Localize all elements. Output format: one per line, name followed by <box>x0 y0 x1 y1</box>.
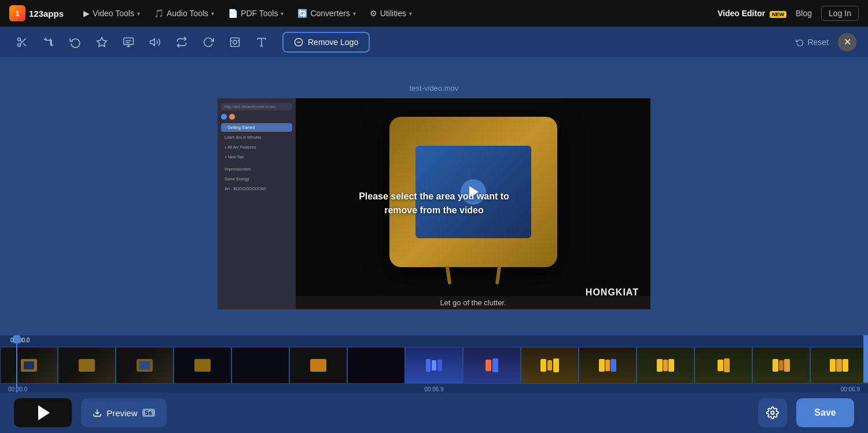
timeline-right-handle[interactable] <box>863 335 868 383</box>
nav-right: Video Editor NEW Blog Log In <box>718 6 859 21</box>
nav-pdf-tools-label: PDF Tools <box>241 9 278 18</box>
nav-utilities-label: Utilities <box>380 9 406 18</box>
chevron-down-icon-4: ▾ <box>353 10 356 17</box>
logo[interactable]: 1 123apps <box>9 5 64 21</box>
preview-label: Preview <box>106 408 137 418</box>
play-button[interactable] <box>14 398 72 427</box>
nav-audio-tools[interactable]: 🎵 Audio Tools ▾ <box>148 5 220 21</box>
svg-point-21 <box>771 411 774 415</box>
tv-frame <box>389 117 557 267</box>
nav-video-tools[interactable]: ▶ Video Tools ▾ <box>78 5 146 21</box>
timeline-thumb-2 <box>58 347 116 384</box>
pdf-tools-icon: 📄 <box>228 9 238 18</box>
arc-nav-icons <box>221 114 292 120</box>
nav-pdf-tools[interactable]: 📄 PDF Tools ▾ <box>222 5 289 21</box>
timeline-playhead[interactable] <box>16 335 17 393</box>
bottom-bar: Preview 5s Save <box>0 393 868 433</box>
crop-tool-button[interactable] <box>38 32 59 53</box>
tv-leg-right <box>495 266 501 285</box>
arc-url-bar: http://arc.net/welcome-to-arc <box>221 103 292 110</box>
timeline-thumb-4 <box>174 347 231 384</box>
svg-point-1 <box>18 43 21 46</box>
nav-utilities[interactable]: ⚙ Utilities ▾ <box>364 5 418 21</box>
video-right-panel: HONGKIAT Let go of the clutter. <box>296 98 650 309</box>
arc-sidebar-energy: Same Energy <box>221 175 292 183</box>
svg-point-0 <box>18 38 21 40</box>
close-button[interactable]: ✕ <box>838 33 856 51</box>
arc-nav-icon-2 <box>229 114 235 120</box>
text-tool-button[interactable] <box>251 32 272 53</box>
timeline-strip <box>0 347 868 384</box>
undo-tool-button[interactable] <box>65 32 86 53</box>
arc-sidebar-art: Art - BOOOOOOOOM! <box>221 184 292 193</box>
timeline-thumb-10 <box>521 347 579 384</box>
timeline-area: 00:00.0 <box>0 335 868 393</box>
svg-point-13 <box>233 40 237 44</box>
blog-link[interactable]: Blog <box>796 9 812 18</box>
rotate-tool-button[interactable] <box>198 32 219 53</box>
chevron-down-icon-5: ▾ <box>409 10 412 17</box>
utilities-icon: ⚙ <box>370 9 377 18</box>
chevron-down-icon: ▾ <box>137 10 140 17</box>
arc-sidebar-newtab: + New Tab <box>221 153 292 161</box>
timeline-thumb-1 <box>0 347 58 384</box>
video-tools-icon: ▶ <box>83 9 90 18</box>
toolbar: Remove Logo Reset ✕ <box>0 27 868 58</box>
svg-marker-5 <box>97 37 107 46</box>
timeline-thumb-6 <box>289 347 347 384</box>
nav-bar: 1 123apps ▶ Video Tools ▾ 🎵 Audio Tools … <box>0 0 868 27</box>
svg-line-3 <box>23 43 26 46</box>
timeline-thumb-7 <box>347 347 405 384</box>
cut-tool-button[interactable] <box>12 32 32 53</box>
timeline-thumb-13 <box>694 347 752 384</box>
tv-play-button[interactable] <box>461 179 486 205</box>
tv-screen <box>415 146 531 238</box>
timeline-thumb-8 <box>405 347 463 384</box>
timeline-thumb-3 <box>116 347 174 384</box>
nav-audio-tools-label: Audio Tools <box>167 9 208 18</box>
download-icon <box>93 408 102 417</box>
settings-button[interactable] <box>758 398 787 427</box>
play-icon <box>38 405 50 420</box>
nav-converters-label: Converters <box>310 9 350 18</box>
tv-screen-content <box>415 146 531 238</box>
audio-tools-icon: 🎵 <box>154 9 164 18</box>
chevron-down-icon-3: ▾ <box>281 10 284 17</box>
timeline-thumb-9 <box>463 347 521 384</box>
video-container[interactable]: http://arc.net/welcome-to-arc Getting St… <box>218 98 650 309</box>
screenshot-tool-button[interactable] <box>225 32 245 53</box>
svg-line-4 <box>20 40 22 42</box>
timeline-labels: 00:00.0 00:06.9 00:06.9 <box>0 384 868 393</box>
arc-browser: http://arc.net/welcome-to-arc Getting St… <box>218 98 296 309</box>
arc-sidebar-features: All Arc Features <box>221 143 292 151</box>
save-button[interactable]: Save <box>796 398 854 427</box>
new-badge: NEW <box>770 11 786 18</box>
video-left-panel: http://arc.net/welcome-to-arc Getting St… <box>218 98 296 309</box>
tv-wrapper <box>389 117 557 267</box>
trim-tool-button[interactable] <box>91 32 112 53</box>
toolbar-right: Reset ✕ <box>796 33 856 51</box>
preview-button[interactable]: Preview 5s <box>81 398 167 427</box>
timeline-start-label: 00:00.0 <box>8 386 27 393</box>
nav-converters[interactable]: 🔄 Converters ▾ <box>292 5 361 21</box>
logo-icon: 1 <box>9 5 25 21</box>
timeline-end-label: 00:06.9 <box>841 386 860 393</box>
loop-tool-button[interactable] <box>171 32 192 53</box>
logo-text: 123apps <box>29 9 64 18</box>
reset-button[interactable]: Reset <box>796 38 829 47</box>
filename-label: test-video.mov <box>410 84 459 92</box>
subtitles-tool-button[interactable] <box>118 32 139 53</box>
preview-duration-badge: 5s <box>142 409 155 417</box>
remove-logo-button[interactable]: Remove Logo <box>282 32 370 53</box>
svg-marker-11 <box>150 39 155 46</box>
converters-icon: 🔄 <box>297 9 307 18</box>
settings-icon <box>766 406 779 419</box>
video-editor-link[interactable]: Video Editor NEW <box>718 9 786 18</box>
volume-tool-button[interactable] <box>145 32 165 53</box>
arc-sidebar-getting-started: Getting Started <box>221 123 292 132</box>
login-button[interactable]: Log In <box>821 6 859 21</box>
timeline-thumb-12 <box>637 347 694 384</box>
tv-frame-area: HONGKIAT Let go of the clutter. <box>296 98 650 309</box>
arc-sidebar-impressionism: Impressionism <box>221 165 292 173</box>
let-go-text: Let go of the clutter. <box>296 296 650 309</box>
